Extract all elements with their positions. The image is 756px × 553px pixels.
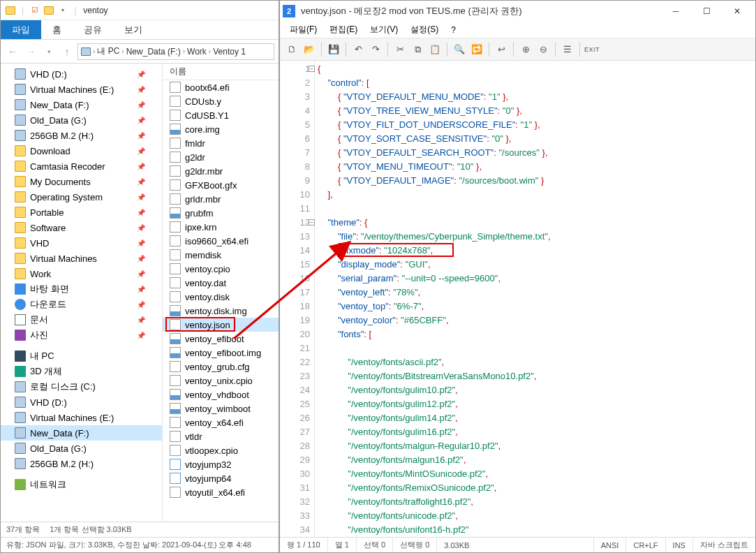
- code-line[interactable]: {: [318, 62, 753, 76]
- file-row[interactable]: ventoy_vhdboot: [163, 388, 279, 401]
- cut-icon[interactable]: ✂: [392, 42, 408, 57]
- file-row[interactable]: ventoy_efiboot: [163, 332, 279, 346]
- column-header-name[interactable]: 이름: [163, 64, 279, 80]
- tab-home[interactable]: 홈: [41, 20, 73, 39]
- editor-titlebar[interactable]: 2 ventoy.json - 메모장2 mod von TEUS.me (관리…: [280, 1, 755, 22]
- code-line[interactable]: "file": "/ventoy/themes/Cyberpunk_Simple…: [318, 230, 753, 244]
- code-line[interactable]: "ventoy_top": "6%-7",: [318, 300, 753, 314]
- code-line[interactable]: "/ventoy/fonts/gulim12.pf2",: [318, 397, 753, 411]
- code-line[interactable]: "/ventoy/fonts/malgun16.pf2",: [318, 453, 753, 467]
- tree-item[interactable]: VHD📌: [1, 235, 162, 251]
- maximize-button[interactable]: ☐: [691, 1, 722, 21]
- code-line[interactable]: "/ventoy/fonts/unicode.pf2",: [318, 509, 753, 523]
- redo-icon[interactable]: ↷: [368, 42, 383, 57]
- fold-icon[interactable]: −: [309, 66, 315, 72]
- file-row[interactable]: ventoy_grub.cfg: [163, 360, 279, 374]
- settings-icon[interactable]: ☰: [560, 42, 575, 57]
- code-line[interactable]: "ventoy_color": "#65CBFF",: [318, 314, 753, 327]
- tree-item[interactable]: Virtual Machines (E:): [1, 410, 162, 425]
- code-line[interactable]: { "VTOY_FILT_DOT_UNDERSCORE_FILE": "1" }…: [318, 118, 753, 132]
- paste-icon[interactable]: 📋: [427, 42, 443, 57]
- tree-item[interactable]: Operating System📌: [1, 189, 162, 205]
- exit-button[interactable]: EXIT: [584, 42, 600, 57]
- tree-item[interactable]: VHD (D:): [1, 395, 162, 410]
- file-row[interactable]: core.img: [163, 122, 279, 136]
- code-line[interactable]: "ventoy_left": "78%",: [318, 286, 753, 300]
- tree-item[interactable]: Virtual Machines (E:)📌: [1, 82, 162, 97]
- tree-item[interactable]: My Documents📌: [1, 174, 162, 189]
- file-row[interactable]: CDUsb.y: [163, 94, 279, 108]
- tree-item[interactable]: VHD (D:)📌: [1, 66, 162, 82]
- tab-share[interactable]: 공유: [73, 20, 113, 39]
- file-row[interactable]: memdisk: [163, 248, 279, 262]
- tree-item[interactable]: 사진📌: [1, 327, 162, 343]
- file-row[interactable]: ventoy.disk: [163, 290, 279, 304]
- code-line[interactable]: "/ventoy/fonts/gulim16.pf2",: [318, 425, 753, 439]
- code-line[interactable]: "/ventoy/fonts/BitstreamVeraSansMono10.p…: [318, 369, 753, 383]
- new-file-icon[interactable]: 🗋: [284, 42, 299, 57]
- file-row[interactable]: vtoyutil_x64.efi: [163, 485, 279, 499]
- breadcrumb-item[interactable]: 내 PC: [97, 45, 119, 57]
- code-line[interactable]: "/ventoy/fonts/malgun-Regular10.pf2",: [318, 439, 753, 453]
- file-row[interactable]: ventoy.disk.img: [163, 304, 279, 318]
- menu-item[interactable]: 파일(F): [284, 22, 323, 37]
- zoom-out-icon[interactable]: ⊖: [535, 42, 551, 57]
- code-line[interactable]: { "VTOY_DEFAULT_MENU_MODE": "1" },: [318, 90, 753, 104]
- forward-button[interactable]: →: [23, 44, 38, 59]
- file-row[interactable]: g2ldr.mbr: [163, 164, 279, 178]
- code-line[interactable]: "/ventoy/fonts/ascii.pf2",: [318, 355, 753, 369]
- code-line[interactable]: { "VTOY_TREE_VIEW_MENU_STYLE": "0" },: [318, 104, 753, 118]
- code-line[interactable]: ],: [318, 188, 753, 202]
- file-row[interactable]: grldr.mbr: [163, 192, 279, 206]
- breadcrumb-item[interactable]: New_Data (F:): [126, 47, 181, 57]
- back-button[interactable]: ←: [5, 44, 20, 59]
- menu-item[interactable]: 편집(E): [324, 22, 363, 37]
- tree-item[interactable]: New_Data (F:)📌: [1, 97, 162, 112]
- explorer-titlebar[interactable]: | ☑ ▾ | ventoy: [1, 1, 279, 20]
- tab-view[interactable]: 보기: [113, 20, 154, 39]
- address-bar[interactable]: › 내 PC› New_Data (F:)› Work› Ventoy 1: [77, 43, 274, 60]
- code-line[interactable]: "gfxmode": "1024x768",: [318, 244, 753, 258]
- tree-item[interactable]: Camtasia Recoder📌: [1, 158, 162, 174]
- tree-item[interactable]: 256GB M.2 (H:): [1, 456, 162, 471]
- recent-dropdown[interactable]: ▾: [41, 44, 57, 59]
- tree-item[interactable]: 내 PC: [1, 348, 162, 364]
- file-row[interactable]: vtoyjump64: [163, 471, 279, 485]
- code-line[interactable]: "/ventoy/fonts/gulim14.pf2",: [318, 411, 753, 425]
- tree-item[interactable]: Virtual Machines📌: [1, 251, 162, 266]
- code-line[interactable]: "/ventoy/fonts/RemixOSunicode.pf2",: [318, 481, 753, 495]
- check-icon[interactable]: ☑: [29, 5, 40, 16]
- file-row[interactable]: ventoy_unix.cpio: [163, 374, 279, 388]
- file-row[interactable]: GFXBoot.gfx: [163, 178, 279, 192]
- code-line[interactable]: { "VTOY_SORT_CASE_SENSITIVE": "0" },: [318, 132, 753, 146]
- file-row[interactable]: vtloopex.cpio: [163, 443, 279, 457]
- code-line[interactable]: "fonts": [: [318, 327, 753, 341]
- file-row[interactable]: ipxe.krn: [163, 220, 279, 234]
- copy-icon[interactable]: ⧉: [410, 42, 425, 57]
- file-row[interactable]: ventoy.dat: [163, 276, 279, 290]
- tree-item[interactable]: 3D 개체: [1, 364, 162, 379]
- code-line[interactable]: "control": [: [318, 76, 753, 90]
- tree-item[interactable]: Software📌: [1, 220, 162, 235]
- tab-file[interactable]: 파일: [1, 20, 41, 39]
- folder-icon[interactable]: [43, 5, 54, 16]
- save-icon[interactable]: 💾: [326, 42, 341, 57]
- code-line[interactable]: "theme": {: [318, 216, 753, 230]
- code-line[interactable]: "serial_param": "--unit=0 --speed=9600",: [318, 272, 753, 286]
- file-row[interactable]: vtldr: [163, 429, 279, 443]
- tree-item[interactable]: 문서📌: [1, 312, 162, 327]
- code-line[interactable]: { "VTOY_DEFAULT_IMAGE": "/sources/boot.w…: [318, 174, 753, 188]
- menu-item[interactable]: 보기(V): [364, 22, 403, 37]
- tree-item[interactable]: 네트워크: [1, 477, 162, 492]
- dropdown-icon[interactable]: ▾: [57, 5, 68, 16]
- tree-item[interactable]: Old_Data (G:)📌: [1, 112, 162, 128]
- code-line[interactable]: "/ventoy/fonts/unifont16-h.pf2": [318, 523, 753, 537]
- code-line[interactable]: "/ventoy/fonts/MintOSunicode.pf2",: [318, 467, 753, 481]
- nav-tree[interactable]: VHD (D:)📌Virtual Machines (E:)📌New_Data …: [1, 64, 163, 522]
- tree-item[interactable]: New_Data (F:): [1, 425, 162, 441]
- tree-item[interactable]: Work📌: [1, 266, 162, 281]
- code-line[interactable]: "/ventoy/fonts/gulim10.pf2",: [318, 383, 753, 397]
- file-row[interactable]: ventoy_wimboot: [163, 401, 279, 415]
- find-icon[interactable]: 🔍: [452, 42, 467, 57]
- up-button[interactable]: ↑: [59, 44, 75, 59]
